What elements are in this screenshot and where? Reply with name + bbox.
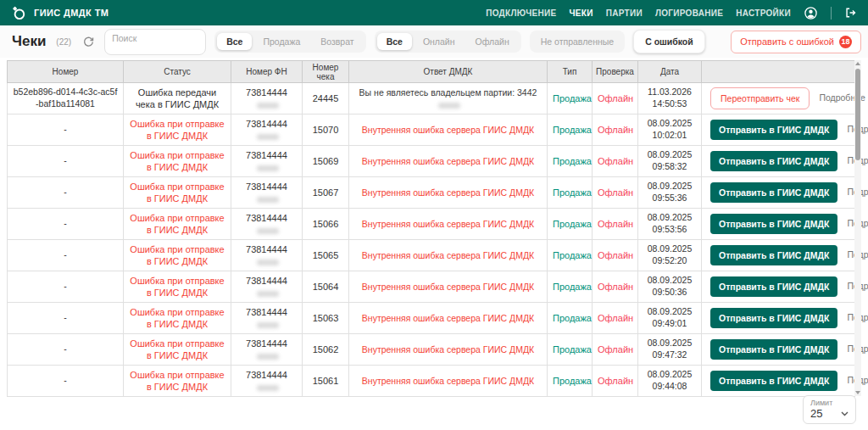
cell-dmdk-response: Внутренняя ошибка сервера ГИИС ДМДК: [349, 271, 548, 303]
cell-verification: Офлайн: [593, 366, 638, 397]
redacted-digits: [257, 228, 279, 234]
send-to-giis-button[interactable]: Отправить в ГИИС ДМДК: [710, 182, 837, 203]
cell-number: -: [8, 334, 124, 366]
redacted-digits: [257, 385, 279, 391]
cell-check-number: 15065: [303, 240, 349, 271]
redacted-digits: [257, 103, 279, 109]
cell-actions: Отправить в ГИИС ДМДК Подробнее: [702, 114, 855, 146]
cell-fn-number: 73814444: [231, 271, 303, 303]
account-icon[interactable]: [804, 6, 818, 20]
chevron-down-icon: [841, 411, 849, 416]
send-with-error-label: Отправить с ошибкой: [740, 36, 834, 47]
cell-dmdk-response: Внутренняя ошибка сервера ГИИС ДМДК: [349, 177, 548, 209]
cell-status: Ошибка при отправке в ГИИС ДМДК: [124, 240, 231, 271]
scroll-up-icon[interactable]: [855, 62, 860, 65]
send-to-giis-button[interactable]: Отправить в ГИИС ДМДК: [710, 214, 837, 234]
scroll-down-icon[interactable]: [855, 391, 860, 394]
col-header-status: Статус: [124, 61, 231, 83]
send-to-giis-button[interactable]: Отправить в ГИИС ДМДК: [710, 245, 837, 265]
table-row: - Ошибка при отправке в ГИИС ДМДК 738144…: [8, 209, 855, 240]
cell-status: Ошибка при отправке в ГИИС ДМДК: [124, 334, 231, 366]
send-with-error-button[interactable]: Отправить с ошибкой 18: [731, 31, 861, 53]
send-to-giis-button[interactable]: Отправить в ГИИС ДМДК: [710, 120, 837, 140]
type-filter-sale[interactable]: Продажа: [253, 33, 309, 50]
nav-item-cheki[interactable]: ЧЕКИ: [570, 8, 593, 18]
cell-check-number: 15069: [303, 146, 349, 177]
refresh-icon[interactable]: [83, 36, 94, 47]
cell-type: Продажа: [548, 240, 593, 271]
nav-item-podklyuchenie[interactable]: ПОДКЛЮЧЕНИЕ: [486, 8, 556, 18]
cell-number: -: [8, 271, 124, 303]
table-row: - Ошибка при отправке в ГИИС ДМДК 738144…: [8, 114, 855, 146]
cell-check-number: 24445: [303, 83, 349, 114]
cell-dmdk-response: Внутренняя ошибка сервера ГИИС ДМДК: [349, 146, 548, 177]
cell-verification: Офлайн: [593, 177, 638, 209]
send-to-giis-button[interactable]: Отправить в ГИИС ДМДК: [710, 339, 837, 360]
send-to-giis-button[interactable]: Отправить в ГИИС ДМДК: [710, 151, 837, 171]
cell-date: 08.09.202509:50:36: [638, 271, 702, 303]
cell-verification: Офлайн: [593, 83, 638, 114]
cell-dmdk-response: Внутренняя ошибка сервера ГИИС ДМДК: [349, 366, 548, 397]
cell-check-number: 15064: [303, 271, 349, 303]
cell-number: -: [8, 209, 124, 240]
records-count: (22): [56, 37, 71, 47]
redacted-digits: [257, 197, 279, 203]
filter-not-sent[interactable]: Не отправленные: [530, 31, 625, 53]
mode-filter: Все Онлайн Офлайн: [375, 31, 521, 53]
app-title: ГИИС ДМДК ТМ: [34, 8, 108, 18]
limit-select[interactable]: Лимит 25: [803, 395, 856, 424]
type-filter-all[interactable]: Все: [217, 33, 252, 50]
table-row: - Ошибка при отправке в ГИИС ДМДК 738144…: [8, 334, 855, 366]
cell-fn-number: 73814444: [231, 366, 303, 397]
resend-check-button[interactable]: Переотправить чек: [710, 87, 810, 109]
cell-verification: Офлайн: [593, 209, 638, 240]
type-filter: Все Продажа Возврат: [214, 31, 365, 53]
cell-fn-number: 73814444: [231, 114, 303, 146]
cell-actions: Отправить в ГИИС ДМДК Подробнее: [702, 240, 855, 271]
table-row: - Ошибка при отправке в ГИИС ДМДК 738144…: [8, 303, 855, 334]
send-to-giis-button[interactable]: Отправить в ГИИС ДМДК: [710, 308, 837, 328]
col-header-type: Тип: [548, 61, 593, 83]
nav-item-nastroyki[interactable]: НАСТРОЙКИ: [736, 8, 791, 18]
table-row: - Ошибка при отправке в ГИИС ДМДК 738144…: [8, 240, 855, 271]
mode-filter-all[interactable]: Все: [377, 33, 412, 50]
cell-fn-number: 73814444: [231, 303, 303, 334]
cell-date: 08.09.202509:53:56: [638, 209, 702, 240]
cell-dmdk-response: Внутренняя ошибка сервера ГИИС ДМДК: [349, 334, 548, 366]
nav-item-partii[interactable]: ПАРТИИ: [606, 8, 643, 18]
cell-type: Продажа: [548, 366, 593, 397]
cell-actions: Переотправить чек Подробнее: [702, 83, 855, 114]
col-header-fn: Номер ФН: [231, 61, 303, 83]
send-to-giis-button[interactable]: Отправить в ГИИС ДМДК: [710, 371, 837, 391]
scrollbar-thumb[interactable]: [855, 69, 860, 160]
cell-actions: Отправить в ГИИС ДМДК Подробнее: [702, 271, 855, 303]
table-row: - Ошибка при отправке в ГИИС ДМДК 738144…: [8, 271, 855, 303]
mode-filter-online[interactable]: Онлайн: [414, 33, 465, 50]
vertical-scrollbar[interactable]: [854, 60, 861, 396]
cell-actions: Отправить в ГИИС ДМДК Подробнее: [702, 209, 855, 240]
cell-type: Продажа: [548, 177, 593, 209]
cell-dmdk-response: Внутренняя ошибка сервера ГИИС ДМДК: [349, 209, 548, 240]
cell-check-number: 15061: [303, 366, 349, 397]
send-to-giis-button[interactable]: Отправить в ГИИС ДМДК: [710, 276, 837, 297]
cell-verification: Офлайн: [593, 303, 638, 334]
cell-date: 08.09.202509:47:32: [638, 334, 702, 366]
nav-item-logirovanie[interactable]: ЛОГИРОВАНИЕ: [655, 8, 723, 18]
cell-check-number: 15066: [303, 209, 349, 240]
cell-fn-number: 73814444: [231, 177, 303, 209]
cell-verification: Офлайн: [593, 334, 638, 366]
mode-filter-offline[interactable]: Офлайн: [466, 33, 519, 50]
search-input[interactable]: [104, 29, 206, 55]
filter-with-error[interactable]: С ошибкой: [633, 30, 705, 53]
cell-status: Ошибка при отправке в ГИИС ДМДК: [124, 303, 231, 334]
cell-status: Ошибка при отправке в ГИИС ДМДК: [124, 146, 231, 177]
cell-number: -: [8, 366, 124, 397]
logout-icon[interactable]: [844, 7, 856, 19]
cell-date: 08.09.202509:49:01: [638, 303, 702, 334]
redacted-digits: [257, 134, 279, 140]
cell-type: Продажа: [548, 271, 593, 303]
type-filter-return[interactable]: Возврат: [311, 33, 363, 50]
cell-type: Продажа: [548, 303, 593, 334]
cell-date: 08.09.202509:52:20: [638, 240, 702, 271]
cell-number: -: [8, 303, 124, 334]
